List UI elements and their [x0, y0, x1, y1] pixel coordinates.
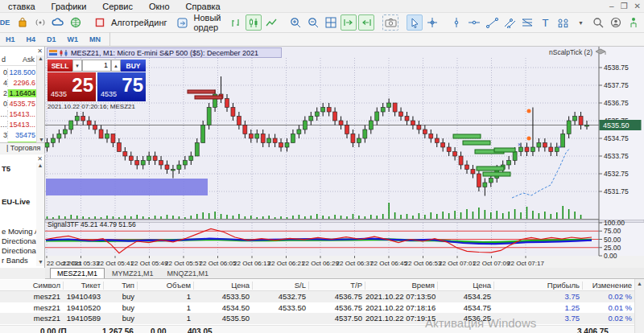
search-icon[interactable]: [590, 14, 606, 31]
tf-mn[interactable]: MN: [84, 35, 106, 43]
channel-tool-icon[interactable]: [502, 14, 518, 31]
vps-cloud-icon[interactable]: [50, 14, 66, 31]
algo-trading-label[interactable]: Алготрейдинг: [111, 18, 167, 27]
indicator-axis-label: 25.00: [604, 244, 621, 252]
line-chart-icon[interactable]: [263, 14, 279, 31]
position-row[interactable]: mesz2119410493buy14533.504532.754536.752…: [0, 291, 634, 302]
zoom-in-icon[interactable]: [287, 14, 303, 31]
chart-shift-icon[interactable]: [358, 14, 374, 31]
crosshair-tool-icon[interactable]: [424, 14, 440, 31]
chart-tab[interactable]: MNQZ21,M1: [161, 269, 216, 278]
position-row[interactable]: mesz2119410520buy14534.504533.504536.752…: [0, 302, 634, 314]
minimize-button[interactable]: –: [609, 2, 614, 10]
market-watch-scrollbar[interactable]: ▲▼: [36, 56, 44, 142]
time-axis-label[interactable]: 22 Oct 06:21: [268, 260, 305, 267]
time-axis-label[interactable]: 22 Oct 06:29: [302, 260, 339, 267]
menu-window[interactable]: Окно: [141, 2, 178, 11]
volume-input[interactable]: 1: [82, 60, 111, 72]
tf-h1[interactable]: H1: [0, 35, 21, 43]
market-watch-row[interactable]: 335475: [0, 130, 36, 140]
time-axis-label[interactable]: 22 Oct 06:37: [336, 260, 374, 267]
table-scrollbar[interactable]: ▲: [634, 279, 644, 333]
new-order-label[interactable]: Новый ордер: [193, 13, 221, 32]
position-row[interactable]: mesz2119410589buy14535.504537.502021.10.…: [0, 313, 634, 324]
sell-dropdown-icon[interactable]: ▼: [72, 60, 82, 72]
time-axis-label[interactable]: 22 Oct 05:49: [131, 260, 168, 267]
objects-tool-icon[interactable]: [555, 14, 571, 31]
chart-tab[interactable]: MESZ21,M1: [50, 268, 105, 278]
timeframe-bar: H1 H4 D1 W1 MN: [0, 33, 644, 47]
navigator-item[interactable]: Directiona: [2, 236, 36, 245]
buy-price-panel[interactable]: 4535 75: [97, 72, 146, 101]
market-icon[interactable]: [14, 14, 31, 31]
text-tool-icon[interactable]: T: [537, 14, 553, 31]
buy-button[interactable]: BUY: [121, 60, 146, 72]
market-watch-tab-trade[interactable]: | Торговля: [0, 142, 44, 154]
time-axis-label[interactable]: 22 Oct 05:33: [63, 260, 100, 267]
navigator-item[interactable]: r Bands: [2, 256, 36, 265]
market-watch-row[interactable]: 04535.75: [0, 98, 36, 109]
cursor-tool-icon[interactable]: [407, 14, 423, 31]
navigator-item[interactable]: e Moving A: [2, 227, 36, 236]
market-watch-row[interactable]: 42296.6: [0, 77, 36, 88]
algo-trading-icon[interactable]: [92, 14, 108, 31]
close-icon[interactable]: ✕: [37, 155, 43, 162]
menu-charts[interactable]: Графики: [43, 2, 95, 11]
market-watch-row[interactable]: 21.16404: [0, 88, 36, 98]
sell-button[interactable]: SELL: [47, 60, 72, 72]
market-watch-row[interactable]: …15413...: [0, 109, 36, 119]
metaeditor-icon[interactable]: DE: [0, 14, 13, 31]
time-axis-label[interactable]: 22 Oct 05:57: [165, 260, 202, 267]
time-axis-label[interactable]: 22 Oct 07:01: [439, 260, 476, 267]
trendline-tool-icon[interactable]: [484, 14, 500, 31]
volume-up-icon[interactable]: ▲: [111, 60, 121, 72]
vps-status-icon[interactable]: [625, 14, 642, 31]
community-globe-icon[interactable]: [68, 14, 84, 31]
close-button[interactable]: ✕: [634, 2, 641, 10]
menu-insert[interactable]: ставка: [0, 2, 43, 11]
tf-d1[interactable]: D1: [41, 35, 62, 43]
table-header-row[interactable]: СимволТикетТипОбъемЦенаS/LT/PВремяЦенаПр…: [0, 280, 634, 291]
new-order-icon[interactable]: [174, 14, 190, 31]
tf-h4[interactable]: H4: [21, 35, 42, 43]
market-watch-header[interactable]: d Ask: [0, 56, 36, 66]
time-axis-label[interactable]: 22 Oct 06:13: [233, 260, 270, 267]
objects-dropdown-icon[interactable]: ▼: [572, 14, 588, 31]
vertical-line-tool-icon[interactable]: [448, 14, 464, 31]
time-axis-label[interactable]: 22 Oct 06:53: [405, 260, 442, 267]
menu-service[interactable]: Сервис: [94, 2, 141, 11]
time-axis-label[interactable]: 22 Oct 06:05: [200, 260, 237, 267]
mql5-account-icon[interactable]: [608, 14, 624, 31]
chart-tab[interactable]: MYMZ21,M1: [105, 269, 160, 278]
toolbar: DE Алготрейдинг Новый ордер: [0, 12, 644, 33]
market-watch-row[interactable]: …15413...: [0, 119, 36, 130]
navigator-scrollbar[interactable]: ▲▼: [36, 162, 44, 266]
zoom-out-icon[interactable]: [305, 14, 321, 31]
candle-chart-icon[interactable]: [246, 14, 262, 31]
time-axis-label[interactable]: 22 Oct 05:41: [97, 260, 134, 267]
highlight-zone-rect: [46, 179, 208, 195]
navigator-account[interactable]: EU-Live: [2, 197, 36, 206]
signals-icon[interactable]: [32, 14, 48, 31]
sell-price-panel[interactable]: 4535 25: [47, 72, 96, 101]
time-axis-label[interactable]: 22 Oct 07:17: [507, 260, 544, 267]
close-icon[interactable]: ✕: [37, 47, 43, 55]
current-price-label: 4535.50: [603, 121, 630, 130]
navigator-item[interactable]: Directiona: [2, 246, 36, 255]
menu-help[interactable]: Справка: [178, 2, 229, 11]
time-axis-label[interactable]: 22 Oct 06:45: [370, 260, 407, 267]
fibonacci-tool-icon[interactable]: [519, 14, 535, 31]
bar-chart-icon[interactable]: [228, 14, 244, 31]
tile-windows-icon[interactable]: [323, 14, 339, 31]
screenshot-camera-icon[interactable]: [382, 14, 398, 31]
market-watch-row[interactable]: 0128.500: [0, 67, 36, 77]
tf-w1[interactable]: W1: [62, 35, 85, 43]
restore-button[interactable]: ❐: [621, 2, 628, 10]
horizontal-line-tool-icon[interactable]: [466, 14, 482, 31]
cross-mark: ×: [518, 142, 521, 147]
time-axis-label[interactable]: 22 Oct 07:09: [473, 260, 510, 267]
navigator-root[interactable]: Т5: [2, 164, 36, 173]
chart-window[interactable]: ××Signal3TF 45.21 44.79 51.564538.754537…: [45, 47, 644, 268]
auto-scroll-icon[interactable]: [341, 14, 357, 31]
price-axis-label: 4532.75: [604, 170, 629, 178]
